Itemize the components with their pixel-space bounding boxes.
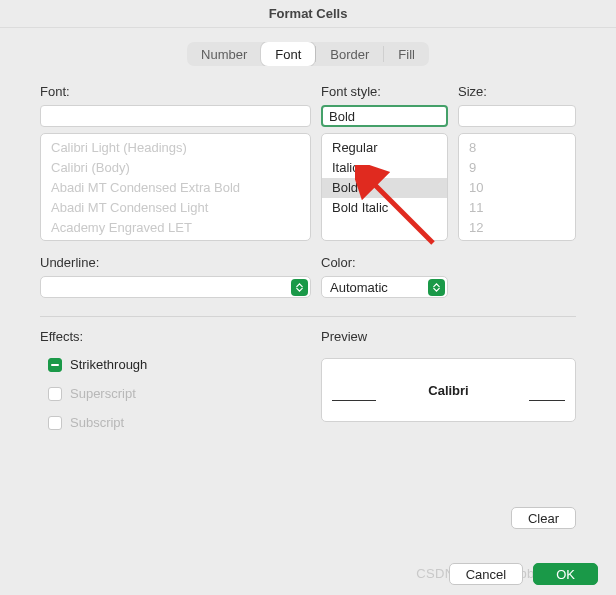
list-item[interactable]: Abadi MT Condensed Light bbox=[41, 198, 310, 218]
list-item[interactable]: 9 bbox=[459, 158, 575, 178]
color-value: Automatic bbox=[330, 280, 388, 295]
baseline-icon bbox=[529, 400, 565, 401]
size-list[interactable]: 8 9 10 11 12 14 bbox=[458, 133, 576, 241]
chevron-updown-icon bbox=[428, 279, 445, 296]
font-style-label: Font style: bbox=[321, 84, 448, 99]
tab-bar: Number Font Border Fill bbox=[40, 42, 576, 66]
footer-buttons: Cancel OK bbox=[449, 563, 598, 585]
preview-box: Calibri bbox=[321, 358, 576, 422]
list-item[interactable]: 14 bbox=[459, 238, 575, 241]
underline-label: Underline: bbox=[40, 255, 311, 270]
cancel-button[interactable]: Cancel bbox=[449, 563, 523, 585]
effects-label: Effects: bbox=[40, 329, 311, 344]
list-item[interactable]: Regular bbox=[322, 138, 447, 158]
ok-button[interactable]: OK bbox=[533, 563, 598, 585]
clear-button[interactable]: Clear bbox=[511, 507, 576, 529]
font-input[interactable] bbox=[40, 105, 311, 127]
list-item[interactable]: 12 bbox=[459, 218, 575, 238]
subscript-label: Subscript bbox=[70, 415, 124, 430]
color-label: Color: bbox=[321, 255, 448, 270]
preview-label: Preview bbox=[321, 329, 576, 344]
subscript-checkbox[interactable]: Subscript bbox=[48, 415, 311, 430]
dialog-content: Number Font Border Fill Font: Calibri Li… bbox=[0, 28, 616, 449]
underline-select[interactable] bbox=[40, 276, 311, 298]
font-label: Font: bbox=[40, 84, 311, 99]
strikethrough-label: Strikethrough bbox=[70, 357, 147, 372]
color-select[interactable]: Automatic bbox=[321, 276, 448, 298]
tab-font[interactable]: Font bbox=[261, 42, 315, 66]
tab-fill[interactable]: Fill bbox=[384, 42, 429, 66]
font-style-input[interactable]: Bold bbox=[321, 105, 448, 127]
baseline-icon bbox=[332, 400, 376, 401]
checkbox-icon bbox=[48, 416, 62, 430]
divider bbox=[40, 316, 576, 317]
strikethrough-checkbox[interactable]: Strikethrough bbox=[48, 357, 311, 372]
list-item-selected[interactable]: Bold bbox=[322, 178, 447, 198]
list-item[interactable]: 10 bbox=[459, 178, 575, 198]
list-item[interactable]: Bold Italic bbox=[322, 198, 447, 218]
list-item[interactable]: Academy Engraved LET bbox=[41, 218, 310, 238]
list-item[interactable]: Calibri Light (Headings) bbox=[41, 138, 310, 158]
size-input[interactable] bbox=[458, 105, 576, 127]
window-title: Format Cells bbox=[0, 0, 616, 28]
size-label: Size: bbox=[458, 84, 576, 99]
list-item[interactable]: Abadi MT Condensed Extra Bold bbox=[41, 178, 310, 198]
font-list[interactable]: Calibri Light (Headings) Calibri (Body) … bbox=[40, 133, 311, 241]
font-style-list[interactable]: Regular Italic Bold Bold Italic bbox=[321, 133, 448, 241]
tab-border[interactable]: Border bbox=[316, 42, 383, 66]
list-item[interactable]: Italic bbox=[322, 158, 447, 178]
list-item[interactable]: 11 bbox=[459, 198, 575, 218]
checkbox-icon bbox=[48, 387, 62, 401]
list-item[interactable]: Al Bayan bbox=[41, 238, 310, 241]
tab-number[interactable]: Number bbox=[187, 42, 261, 66]
chevron-updown-icon bbox=[291, 279, 308, 296]
preview-text: Calibri bbox=[428, 383, 468, 398]
list-item[interactable]: 8 bbox=[459, 138, 575, 158]
list-item[interactable]: Calibri (Body) bbox=[41, 158, 310, 178]
superscript-checkbox[interactable]: Superscript bbox=[48, 386, 311, 401]
superscript-label: Superscript bbox=[70, 386, 136, 401]
checkbox-indeterminate-icon bbox=[48, 358, 62, 372]
